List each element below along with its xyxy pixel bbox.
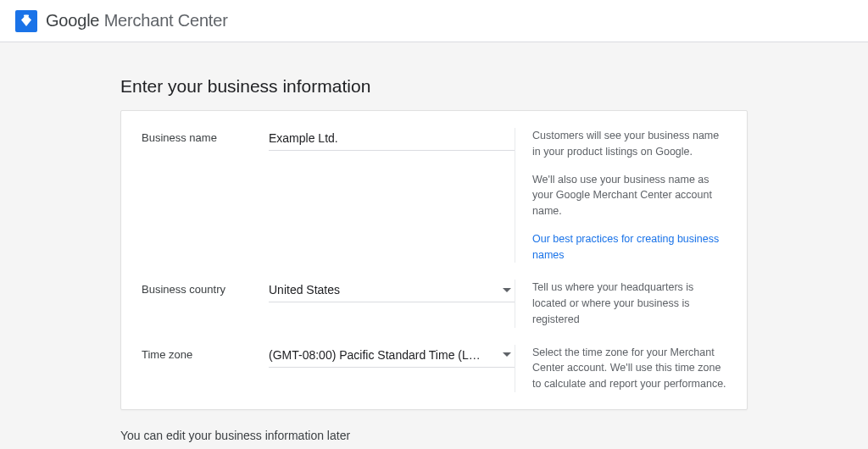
dropdown-icon bbox=[503, 352, 511, 357]
best-practices-link[interactable]: Our best practices for creating business… bbox=[532, 231, 726, 263]
brand-text: Google Merchant Center bbox=[46, 11, 228, 30]
business-name-row: Business name Customers will see your bu… bbox=[142, 128, 726, 263]
business-country-label: Business country bbox=[142, 280, 269, 327]
time-zone-help: Select the time zone for your Merchant C… bbox=[515, 345, 726, 392]
business-name-field: Business name bbox=[142, 128, 515, 263]
page-title: Enter your business information bbox=[120, 76, 748, 97]
help-text: Tell us where your headquarters is locat… bbox=[532, 280, 726, 327]
business-name-label: Business name bbox=[142, 128, 269, 263]
price-tag-icon bbox=[19, 14, 34, 29]
business-info-card: Business name Customers will see your bu… bbox=[120, 110, 748, 410]
time-zone-value: (GMT-08:00) Pacific Standard Time (Lo… bbox=[269, 348, 481, 362]
dropdown-icon bbox=[503, 288, 511, 292]
help-text: We'll also use your business name as you… bbox=[532, 172, 726, 219]
time-zone-row: Time zone (GMT-08:00) Pacific Standard T… bbox=[142, 345, 726, 392]
business-country-row: Business country United States Tell us w… bbox=[142, 280, 726, 327]
app-header: Google Merchant Center bbox=[0, 0, 868, 42]
brand-light: Merchant Center bbox=[104, 11, 228, 30]
business-name-help: Customers will see your business name in… bbox=[515, 128, 726, 263]
time-zone-label: Time zone bbox=[142, 345, 269, 392]
brand-bold: Google bbox=[46, 11, 99, 30]
svg-rect-0 bbox=[24, 14, 29, 16]
time-zone-field: Time zone (GMT-08:00) Pacific Standard T… bbox=[142, 345, 515, 392]
page-body: Enter your business information Business… bbox=[0, 42, 868, 442]
business-country-field: Business country United States bbox=[142, 280, 515, 327]
help-text: Select the time zone for your Merchant C… bbox=[532, 345, 726, 392]
footer-note: You can edit your business information l… bbox=[120, 429, 748, 442]
time-zone-select[interactable]: (GMT-08:00) Pacific Standard Time (Lo… bbox=[269, 345, 515, 368]
help-text: Customers will see your business name in… bbox=[532, 128, 726, 160]
business-country-help: Tell us where your headquarters is locat… bbox=[515, 280, 726, 327]
business-name-input[interactable] bbox=[269, 128, 515, 151]
business-country-select[interactable]: United States bbox=[269, 280, 515, 302]
business-country-value: United States bbox=[269, 283, 340, 297]
merchant-center-icon bbox=[15, 10, 37, 32]
brand-logo: Google Merchant Center bbox=[15, 10, 228, 32]
